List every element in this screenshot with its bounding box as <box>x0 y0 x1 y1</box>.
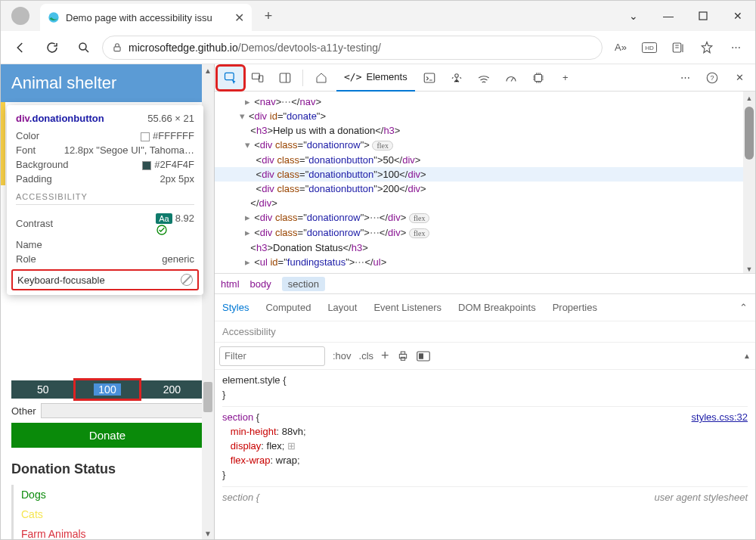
svg-point-0 <box>48 12 58 22</box>
contrast-value: 8.92 <box>175 213 194 224</box>
donate-button[interactable]: Donate <box>11 423 203 448</box>
tab-properties[interactable]: Properties <box>553 302 597 313</box>
close-devtools-icon[interactable]: ✕ <box>727 67 752 89</box>
cls-toggle[interactable]: .cls <box>359 350 374 362</box>
browser-tab[interactable]: Demo page with accessibility issu ✕ <box>40 4 252 31</box>
svg-rect-9 <box>253 73 260 79</box>
svg-rect-17 <box>399 354 406 358</box>
collections-icon[interactable] <box>665 34 692 61</box>
favorite-icon[interactable] <box>693 34 720 61</box>
tab-memory[interactable] <box>525 67 551 89</box>
svg-rect-3 <box>114 46 120 51</box>
dom-line[interactable]: <h3>Help us with a donation</h3> <box>215 123 755 138</box>
dom-line[interactable]: ▸<div class="donationrow">⋯</div> flex <box>215 225 755 241</box>
tab-title: Demo page with accessibility issu <box>66 12 212 23</box>
refresh-button[interactable] <box>39 34 66 61</box>
dock-button[interactable] <box>272 67 298 89</box>
donation-button-100[interactable]: 100 <box>76 380 138 399</box>
other-input[interactable] <box>41 403 203 418</box>
dom-line[interactable]: ▾<div id="donate"> <box>215 109 755 123</box>
tab-performance[interactable] <box>498 67 524 89</box>
more-tools-icon[interactable]: ⋯ <box>672 67 698 89</box>
crumb-html[interactable]: html <box>221 278 240 290</box>
url-field[interactable]: microsoftedge.github.io/Demos/devtools-a… <box>102 36 603 60</box>
scroll-down-icon[interactable]: ▼ <box>202 527 214 539</box>
dom-line[interactable]: </div> <box>215 196 755 210</box>
dom-line[interactable]: <div class="donationbutton">200</div> <box>215 182 755 196</box>
back-button[interactable] <box>7 34 34 61</box>
source-link[interactable]: styles.css:32 <box>692 410 748 424</box>
close-window-button[interactable]: ✕ <box>720 4 755 28</box>
read-aloud-icon[interactable]: A» <box>607 34 634 61</box>
scroll-thumb[interactable] <box>203 382 212 412</box>
elements-scrollbar[interactable]: ▲ ▼ <box>743 92 755 273</box>
device-emulation-button[interactable] <box>245 67 271 89</box>
more-icon[interactable]: ⋯ <box>722 34 749 61</box>
hd-icon[interactable]: HD <box>636 34 663 61</box>
chevron-up-icon[interactable]: ⌃ <box>739 302 748 313</box>
font-label: Font <box>16 144 36 156</box>
url-path: /Demos/devtools-a11y-testing/ <box>238 42 381 54</box>
tab-event-listeners[interactable]: Event Listeners <box>373 302 442 313</box>
elements-tree[interactable]: ▸<nav>⋯</nav> ▾<div id="donate"> <h3>Hel… <box>215 92 755 273</box>
not-focusable-icon <box>181 274 193 286</box>
new-style-button[interactable]: + <box>381 348 389 364</box>
breadcrumb[interactable]: html body section <box>215 273 755 294</box>
svg-rect-14 <box>534 74 541 81</box>
scroll-up-icon[interactable]: ▲ <box>202 64 214 76</box>
svg-point-13 <box>454 73 458 77</box>
tab-welcome[interactable] <box>308 64 335 92</box>
styles-body[interactable]: element.style { } styles.css:32 section … <box>215 370 755 539</box>
status-item: Dogs <box>21 485 203 504</box>
print-icon[interactable] <box>397 350 409 362</box>
styles-filter[interactable] <box>219 346 325 366</box>
minimize-button[interactable]: — <box>651 4 686 28</box>
tab-more[interactable]: + <box>553 67 578 89</box>
contrast-badge: Aa <box>156 213 172 224</box>
tab-elements[interactable]: </>Elements <box>336 64 415 92</box>
svg-text:HD: HD <box>645 45 654 51</box>
dom-line[interactable]: <div class="donationbutton">50</div> <box>215 153 755 167</box>
kf-label: Keyboard-focusable <box>17 275 105 286</box>
dom-line[interactable]: <h3>Donation Status</h3> <box>215 241 755 255</box>
styles-toolbar: :hov .cls + ▲ <box>215 343 755 370</box>
styles-scroll-up[interactable]: ▲ <box>743 352 751 360</box>
donation-button-200[interactable]: 200 <box>141 380 203 399</box>
dom-line[interactable]: ▸<nav>⋯</nav> <box>215 95 755 109</box>
page-scrollbar[interactable]: ▲ ▼ <box>202 64 214 539</box>
tab-computed[interactable]: Computed <box>265 302 311 313</box>
sidebar-stripe <box>1 102 5 185</box>
donation-button-50[interactable]: 50 <box>11 380 74 399</box>
tooltip-class: .donationbutton <box>29 113 104 124</box>
dom-line[interactable]: ▸<ul id="fundingstatus">⋯</ul> <box>215 255 755 269</box>
dom-line[interactable]: ▾<div class="donationrow"> flex <box>215 138 755 153</box>
bg-value: #2F4F4F <box>154 159 194 170</box>
tab-layout[interactable]: Layout <box>327 302 357 313</box>
bg-label: Background <box>16 159 68 170</box>
new-tab-button[interactable]: + <box>255 2 282 29</box>
profile-avatar[interactable] <box>11 7 29 25</box>
crumb-section[interactable]: section <box>282 277 325 291</box>
rendering-icon[interactable] <box>417 351 430 362</box>
search-button[interactable] <box>70 34 98 61</box>
caret-down-icon[interactable]: ⌄ <box>616 4 651 28</box>
svg-text:?: ? <box>710 74 714 82</box>
restore-button[interactable] <box>686 4 720 28</box>
accessibility-subtab[interactable]: Accessibility <box>215 321 755 343</box>
help-icon[interactable]: ? <box>699 67 725 89</box>
crumb-body[interactable]: body <box>250 278 271 290</box>
tab-console[interactable] <box>417 67 442 89</box>
close-tab-icon[interactable]: ✕ <box>234 11 244 25</box>
edge-icon <box>48 11 60 23</box>
dom-line[interactable]: <div class="donationbutton">100</div> <box>215 167 755 182</box>
dom-line[interactable]: ▸<div class="donationrow">⋯</div> flex <box>215 210 755 225</box>
pad-value: 2px 5px <box>160 173 194 185</box>
status-list: DogsCatsFarm AnimalsSmall PetsOthers <box>11 485 203 539</box>
tab-sources[interactable] <box>444 67 469 89</box>
hov-toggle[interactable]: :hov <box>333 350 352 362</box>
tooltip-dims: 55.66 × 21 <box>147 113 194 124</box>
tab-dom-breakpoints[interactable]: DOM Breakpoints <box>458 302 536 313</box>
inspect-tool-button[interactable] <box>218 67 243 89</box>
tab-styles[interactable]: Styles <box>222 302 249 313</box>
tab-network[interactable] <box>471 67 497 89</box>
